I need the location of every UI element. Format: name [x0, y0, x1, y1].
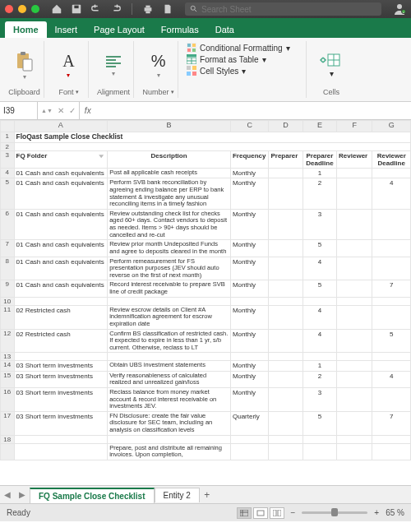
cell-reviewer[interactable] [337, 297, 372, 305]
tab-data[interactable]: Data [207, 21, 242, 38]
sheet-nav-next[interactable]: ▶ [15, 490, 30, 499]
cell-folder[interactable] [14, 297, 108, 305]
cell-frequency[interactable]: Monthly [230, 387, 268, 411]
paste-icon[interactable]: ▾ [16, 51, 34, 81]
cell-reviewer[interactable] [337, 329, 372, 353]
cell-description[interactable]: Review prior month Undeposited Funds and… [108, 240, 231, 257]
cell-frequency[interactable]: Monthly [230, 240, 268, 257]
cell-preparer-deadline[interactable]: 4 [302, 329, 336, 353]
cell-reviewer-deadline[interactable] [372, 443, 411, 460]
cell-preparer[interactable] [269, 353, 302, 361]
minimize-window-button[interactable] [18, 5, 26, 13]
cell-styles-button[interactable]: Cell Styles▾ [187, 66, 290, 76]
cell-preparer-deadline[interactable]: 2 [302, 178, 336, 210]
cell-frequency[interactable]: Monthly [230, 209, 268, 240]
cell-frequency[interactable]: Monthly [230, 257, 268, 280]
cell-folder[interactable]: 01 Cash and cash equivalents [14, 169, 108, 178]
cell-preparer[interactable] [269, 361, 302, 371]
col-header-f[interactable]: F [337, 121, 372, 132]
cell-reviewer[interactable] [337, 257, 372, 280]
cell-folder[interactable] [14, 435, 108, 443]
font-icon[interactable]: A▾ [62, 52, 74, 79]
cell-reviewer-deadline[interactable] [372, 240, 411, 257]
cell-frequency[interactable]: Monthly [230, 329, 268, 353]
row-header[interactable]: 2 [1, 142, 15, 150]
cell-preparer-deadline[interactable]: 5 [302, 411, 336, 435]
cell-frequency[interactable] [230, 297, 268, 305]
maximize-window-button[interactable] [31, 5, 39, 13]
sheet-nav-prev[interactable]: ◀ [0, 490, 15, 499]
cell-preparer[interactable] [269, 435, 302, 443]
add-sheet-button[interactable]: + [200, 489, 215, 501]
row-header[interactable]: 11 [1, 305, 15, 329]
cell-reviewer-deadline[interactable] [372, 257, 411, 280]
cell-description[interactable]: Verify reasonableness of calculated real… [108, 371, 231, 387]
cell-folder[interactable] [14, 353, 108, 361]
cells-icon[interactable]: ▾ [320, 53, 343, 78]
cell-reviewer[interactable] [337, 280, 372, 297]
save-icon[interactable] [71, 3, 82, 15]
view-normal-button[interactable] [237, 507, 252, 519]
col-header-d[interactable]: D [269, 121, 302, 132]
cell-preparer-deadline[interactable]: 3 [302, 209, 336, 240]
cell-frequency[interactable] [230, 443, 268, 460]
cell-reviewer-deadline[interactable] [372, 387, 411, 411]
cell-preparer-deadline[interactable]: 1 [302, 169, 336, 178]
cell-reviewer[interactable] [337, 361, 372, 371]
row-header[interactable]: 16 [1, 387, 15, 411]
cell-reviewer[interactable] [337, 435, 372, 443]
undo-icon[interactable] [90, 3, 102, 15]
row-header[interactable]: 7 [1, 240, 15, 257]
cell-reviewer[interactable] [337, 411, 372, 435]
col-header-g[interactable]: G [372, 121, 411, 132]
cell-reviewer[interactable] [337, 353, 372, 361]
cell-reviewer[interactable] [337, 305, 372, 329]
cell-description[interactable]: Perform remeasurement for FS presentatio… [108, 257, 231, 280]
accept-formula-icon[interactable]: ✓ [69, 106, 76, 115]
cell-folder[interactable]: 01 Cash and cash equivalents [14, 280, 108, 297]
cell-preparer[interactable] [269, 280, 302, 297]
cell-folder[interactable]: 01 Cash and cash equivalents [14, 178, 108, 210]
document-icon[interactable] [162, 3, 173, 15]
row-header[interactable] [1, 443, 15, 460]
col-header-b[interactable]: B [108, 121, 231, 132]
cell-folder[interactable]: 02 Restricted cash [14, 305, 108, 329]
cell-frequency[interactable]: Monthly [230, 169, 268, 178]
cell-description[interactable]: Perform SVB bank reconciliation by agree… [108, 178, 231, 210]
cell-preparer-deadline[interactable] [302, 435, 336, 443]
sheet-tab[interactable]: Entity 2 [155, 488, 200, 502]
search-sheet-input[interactable] [201, 5, 376, 14]
cell-description[interactable] [108, 297, 231, 305]
cancel-formula-icon[interactable]: ✕ [58, 106, 64, 115]
cell-preparer[interactable] [269, 305, 302, 329]
zoom-slider[interactable] [302, 511, 367, 514]
cell-preparer-deadline[interactable]: 2 [302, 371, 336, 387]
cell-preparer-deadline[interactable]: 4 [302, 305, 336, 329]
name-box[interactable]: I39 [0, 102, 38, 119]
cell-preparer[interactable] [269, 329, 302, 353]
cell-folder[interactable]: 01 Cash and cash equivalents [14, 257, 108, 280]
cell-preparer[interactable] [269, 387, 302, 411]
cell-reviewer[interactable] [337, 209, 372, 240]
cell-preparer-deadline[interactable] [302, 443, 336, 460]
cell-reviewer-deadline[interactable] [372, 435, 411, 443]
cell-description[interactable]: FN Disclosure: create the fair value dis… [108, 411, 231, 435]
cell-reviewer-deadline[interactable] [372, 353, 411, 361]
row-header[interactable]: 12 [1, 329, 15, 353]
fx-label[interactable]: fx [80, 106, 96, 115]
filter-icon[interactable] [97, 152, 105, 160]
alignment-icon[interactable]: ▾ [104, 54, 122, 77]
cell-folder[interactable]: 01 Cash and cash equivalents [14, 240, 108, 257]
cell-preparer-deadline[interactable]: 5 [302, 280, 336, 297]
cell-preparer[interactable] [269, 178, 302, 210]
user-icon[interactable]: + [393, 2, 406, 16]
cell-description[interactable]: Prepare, post and distribute all remaini… [108, 443, 231, 460]
row-header[interactable]: 15 [1, 371, 15, 387]
cell-description[interactable] [108, 353, 231, 361]
cell-folder[interactable]: 01 Cash and cash equivalents [14, 209, 108, 240]
cell-frequency[interactable]: Monthly [230, 178, 268, 210]
row-header[interactable]: 18 [1, 435, 15, 443]
cell-reviewer-deadline[interactable]: 5 [372, 329, 411, 353]
row-header[interactable]: 4 [1, 169, 15, 178]
cell-preparer-deadline[interactable]: 5 [302, 240, 336, 257]
